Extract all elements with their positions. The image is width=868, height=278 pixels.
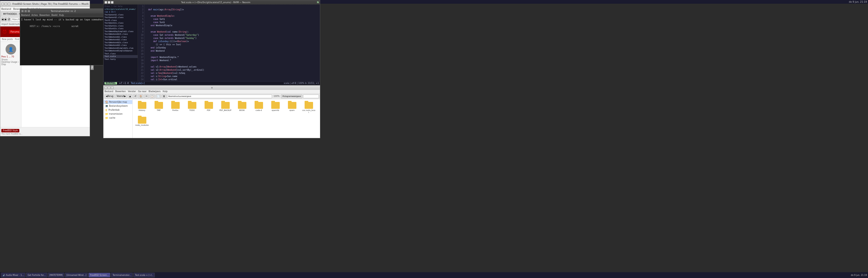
nvim-file-3[interactable]: Test5.class: [103, 19, 137, 22]
term-menu-bewerken[interactable]: Bewerken: [39, 14, 50, 17]
terminal-max[interactable]: □: [28, 10, 30, 12]
nav-forums[interactable]: Forums: [9, 30, 21, 34]
fm-close-btn[interactable]: [104, 86, 107, 89]
filesystem-icon: 💻: [105, 104, 108, 107]
fm-folder-code-d[interactable]: code-d: [251, 101, 266, 114]
nvim-file-1[interactable]: Test$anon$1.class: [103, 13, 137, 17]
code-line-18: import Weekend.*: [146, 59, 319, 62]
nvim-file-9[interactable]: Test$Weekend$1.class: [103, 36, 137, 39]
nvim-file-4[interactable]: Test$mon$1s.class: [103, 22, 137, 25]
fm-delete-btn[interactable]: 🗑: [162, 94, 166, 98]
fm-search-input[interactable]: [303, 94, 319, 98]
nvim-file-0[interactable]: (up a dir): [103, 10, 137, 13]
nvim-max-btn[interactable]: [111, 1, 114, 4]
ellipsis: ...: [9, 56, 11, 58]
fm-forward-btn[interactable]: Vooruit ▶: [115, 94, 127, 98]
fm-address-bar[interactable]: Boomstructuurweergave: [167, 94, 272, 98]
term-menu-bestand[interactable]: Bestand: [21, 14, 30, 17]
nvim-editor[interactable]: 12345 678910 1112131415 1617181920 21222…: [138, 4, 320, 81]
fm-min-btn[interactable]: [108, 86, 110, 89]
page-70[interactable]: 70: [11, 56, 14, 58]
fm-win-controls[interactable]: [104, 86, 114, 89]
fm-sidebar-transmission[interactable]: 📁 transmission: [103, 112, 132, 116]
fm-folder-todo[interactable]: TODO: [185, 101, 199, 114]
fm-folder-opam[interactable]: opam: [285, 101, 299, 114]
prev-link[interactable]: Prev: [1, 56, 6, 58]
fm-sidebar-cache[interactable]: 📁 cache: [103, 116, 132, 120]
firefox-close-btn[interactable]: [1, 3, 4, 5]
nvim-close-btn[interactable]: [104, 1, 107, 4]
fm-cut-btn[interactable]: ✂: [144, 94, 149, 98]
freebsd-style-btn[interactable]: FreeBSD Style: [1, 129, 19, 132]
fm-menu-ga-naar[interactable]: Ga naar: [138, 90, 147, 93]
nvim-git-status: +7 ~1 -0: [119, 82, 129, 85]
fm-folder-pdf[interactable]: PDF: [202, 101, 216, 114]
fm-folder-history[interactable]: History: [135, 101, 149, 114]
fm-back-btn[interactable]: ◀ Terug: [104, 94, 115, 98]
desktop-usage-link[interactable]: Desktop Usage › Disp: [1, 61, 20, 66]
fm-max-btn[interactable]: [111, 86, 114, 89]
nvim-file-15[interactable]: Test.class: [103, 53, 137, 55]
fm-folder-firefox[interactable]: Firefox: [168, 101, 183, 114]
fm-paste-btn[interactable]: 📄: [156, 94, 161, 98]
fm-folder-coc-nvim[interactable]: coc.nvim_local: [302, 101, 316, 114]
fm-view-btn[interactable]: Pictogramweergave: [281, 94, 302, 98]
nvim-code-content[interactable]: def main(ags:Array[String])= enum Weeken…: [145, 4, 320, 81]
prompt-cmd: scrot: [60, 25, 78, 28]
terminal-body[interactable]: I haven't lost my mind -- it's backed up…: [20, 17, 107, 65]
fm-menu-bestand[interactable]: Bestand: [104, 90, 113, 93]
nvim-file-10[interactable]: Test$Weekend$2.class: [103, 38, 137, 41]
fm-sidebar-filesystem[interactable]: 💻 Bestandssysteem: [103, 104, 132, 108]
fm-home-btn[interactable]: 🏠: [138, 94, 144, 98]
nvim-file-2[interactable]: Test$anon$2.class: [103, 16, 137, 19]
code-line-21: val v2:Array[Weekend]=v1.sortBy(_.ordina…: [146, 69, 319, 72]
fm-folder-opamlib[interactable]: opamlib: [268, 101, 283, 114]
terminal-close[interactable]: ×: [21, 10, 24, 12]
sub-nav-newposts[interactable]: New posts: [2, 38, 13, 40]
fm-folder-tmp[interactable]: TMP: [151, 101, 166, 114]
nvim-file-11[interactable]: Test$Weekend$2s.class: [103, 41, 137, 44]
menu-bestand[interactable]: Bestand: [1, 8, 11, 10]
home-icon: 🏠: [105, 101, 108, 103]
fm-menu-bewerken[interactable]: Bewerken: [115, 90, 126, 93]
fm-copy-btn[interactable]: 📋: [150, 94, 155, 98]
nvim-file-8[interactable]: Test$Weekend$15.class: [103, 33, 137, 36]
nvim-file-6[interactable]: Test$Sun$1s.class: [103, 27, 137, 30]
forward-button[interactable]: ▶: [4, 18, 7, 21]
fm-menu-hulp[interactable]: Hulp: [163, 90, 167, 93]
firefox-window-controls[interactable]: [1, 3, 10, 5]
nvim-file-12[interactable]: Test$Weekend$3.class: [103, 44, 137, 47]
fm-menu-venster[interactable]: Venster: [128, 90, 136, 93]
term-menu-acties[interactable]: Acties: [31, 14, 38, 17]
nvim-file-tasty[interactable]: Test.tasty: [103, 58, 137, 61]
nvim-file-7[interactable]: Test$WeekDaySimple$1.class: [103, 30, 137, 33]
firefox-min-btn[interactable]: [4, 3, 7, 5]
nvim-min-btn[interactable]: [108, 1, 110, 4]
nvim-body: Press ? for help </Src/git/scalatut/15_e…: [103, 4, 320, 81]
fm-menu-bladwijzers[interactable]: Bladwijzers: [149, 90, 160, 93]
fm-reload-btn[interactable]: ↺: [133, 94, 137, 98]
fm-sidebar-home[interactable]: 🏠 Persoonlijke map: [103, 100, 132, 104]
nvim-file-5[interactable]: Test$Sat$1s.class: [103, 25, 137, 28]
term-menu-beeld[interactable]: Beeld: [51, 14, 57, 17]
fm-sidebar-trash[interactable]: 🗑 Prullenbak: [103, 108, 132, 112]
freebsd-logo: 😈: [2, 29, 7, 34]
nvim-win-controls[interactable]: [104, 1, 114, 4]
fm-folder-pdf-backup[interactable]: PDF_BACKUP: [218, 101, 232, 114]
bookmark-import[interactable]: import bookmarks...: [1, 23, 23, 25]
fm-folder-book[interactable]: BOOK: [235, 101, 249, 114]
terminal-min[interactable]: −: [24, 10, 27, 12]
nvim-file-13[interactable]: Test$WeekendSimple$2s.clas: [103, 47, 137, 50]
breadcrumb-nav: Prev 1 ... 70: [1, 56, 20, 58]
nvim-file-14[interactable]: Test$WeekendSimple3$$anon: [103, 50, 137, 53]
back-button[interactable]: ◀: [1, 18, 4, 21]
reload-button[interactable]: ↺: [8, 18, 10, 21]
firefox-max-btn[interactable]: [8, 3, 10, 5]
terminal-controls[interactable]: × − □: [21, 10, 30, 12]
terminal-titlebar: × − □ Terminalvenster nr. 2: [20, 9, 107, 13]
nvim-file-scala[interactable]: Test.scala: [103, 55, 137, 58]
term-menu-hulp[interactable]: Hulp: [59, 14, 64, 17]
fm-folder-node-modules[interactable]: node_modules: [135, 116, 149, 127]
page-1[interactable]: 1: [7, 56, 8, 58]
fm-up-btn[interactable]: ▲: [128, 94, 132, 98]
